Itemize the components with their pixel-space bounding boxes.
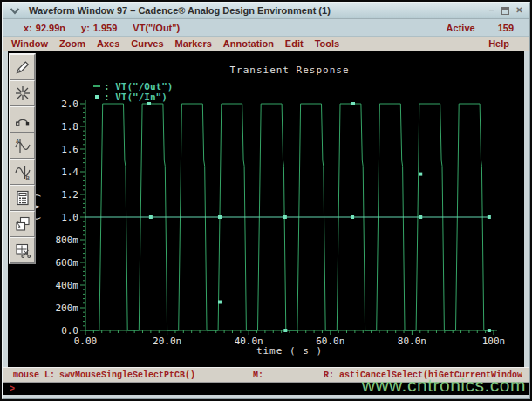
probe-icon — [14, 111, 31, 128]
svg-text:A: A — [16, 139, 20, 144]
prompt-symbol: > — [10, 384, 15, 394]
trace-marker — [419, 173, 422, 176]
x-tick-label: 100n — [474, 336, 513, 347]
x-axis-title: time ( s ) — [85, 345, 494, 357]
cursor-y-label: y: — [81, 23, 90, 33]
trace-marker — [419, 215, 422, 219]
legend-entry-in[interactable]: : VT("/In") — [93, 92, 173, 102]
x-tick-label: 20.0n — [148, 336, 187, 347]
waveform-plot-canvas[interactable] — [8, 51, 524, 367]
plot-legend: : VT("/Out"): VT("/In") — [93, 81, 173, 102]
calculator-button[interactable] — [10, 185, 35, 211]
trace-marker — [488, 329, 491, 332]
marker-a-icon: A — [14, 137, 31, 154]
cursor-x-value: 92.99n — [36, 23, 65, 33]
probe-button[interactable] — [10, 106, 35, 133]
close-button[interactable]: ✕ — [515, 6, 524, 16]
mouse-right-label: R: — [324, 370, 334, 380]
y-tick-label: 1.0 — [38, 212, 78, 223]
window-menu-chevron-icon[interactable] — [8, 4, 22, 17]
active-count: 159 — [498, 23, 514, 33]
cursor-trace-name: VT("/Out") — [133, 23, 180, 33]
trace-marker — [351, 102, 355, 105]
cut-window-icon — [14, 241, 31, 259]
plot-region: AB Transient Response : VT("/Out"): VT("… — [8, 51, 524, 367]
menu-item-zoom[interactable]: Zoom — [59, 38, 85, 49]
zoom-fit-icon — [14, 85, 31, 102]
mouse-middle-binding: M: — [253, 370, 263, 380]
legend-square-icon — [95, 95, 99, 99]
cursor-y-value: 1.959 — [93, 23, 118, 33]
titlebar[interactable]: Waveform Window 97 – Cadence® Analog Des… — [3, 3, 529, 19]
legend-label: : VT("/In") — [104, 92, 167, 103]
y-tick-label: 1.8 — [38, 121, 78, 133]
y-tick-label: 400m — [38, 280, 78, 291]
trace-marker — [149, 215, 153, 219]
calculator-icon — [14, 189, 31, 207]
x-tick-label: 40.0n — [229, 336, 268, 347]
toolbar: AB — [9, 53, 36, 264]
active-label: Active — [447, 23, 475, 33]
menu-item-tools[interactable]: Tools — [315, 38, 340, 49]
y-tick-label: 2.0 — [38, 99, 78, 110]
trace-marker — [283, 329, 287, 332]
y-tick-label: 1.4 — [38, 167, 78, 178]
pen-button[interactable] — [10, 54, 35, 80]
x-tick-label: 60.0n — [311, 336, 350, 347]
menu-item-help[interactable]: Help — [488, 38, 509, 49]
maximize-button[interactable] — [501, 7, 509, 15]
zoom-fit-button[interactable] — [10, 80, 35, 106]
legend-dash-icon — [93, 85, 100, 87]
y-tick-label: 1.2 — [38, 189, 78, 200]
plot-title: Transient Response — [85, 65, 494, 76]
trace-marker — [218, 215, 222, 219]
menubar: WindowZoomAxesCurvesMarkersAnnotationEdi… — [3, 37, 529, 51]
menu-item-curves[interactable]: Curves — [131, 38, 163, 49]
x-tick-label: 0.00 — [66, 336, 105, 347]
y-tick-label: 1.6 — [38, 144, 78, 155]
trace-marker — [351, 215, 354, 219]
window-title: Waveform Window 97 – Cadence® Analog Des… — [29, 5, 331, 16]
coordinate-bar: x: 92.99n y: 1.959 VT("/Out") Active 159 — [3, 19, 529, 37]
y-tick-label: 200m — [38, 302, 78, 314]
svg-text:B: B — [25, 175, 30, 180]
waveform-window: Waveform Window 97 – Cadence® Analog Des… — [0, 0, 532, 401]
copy-window-icon — [14, 215, 31, 233]
watermark-text: www.cntronics.com — [362, 375, 526, 396]
menu-item-edit[interactable]: Edit — [285, 38, 304, 49]
menu-item-annotation[interactable]: Annotation — [223, 38, 274, 49]
cut-window-button[interactable] — [10, 237, 35, 263]
menu-item-markers[interactable]: Markers — [175, 38, 212, 49]
legend-entry-out[interactable]: : VT("/Out") — [93, 81, 173, 92]
trace-marker — [283, 215, 287, 219]
marker-b-icon: B — [14, 163, 31, 180]
menu-item-window[interactable]: Window — [11, 38, 48, 49]
pen-icon — [14, 58, 31, 76]
mouse-left-binding: swvMouseSingleSelectPtCB() — [59, 370, 195, 380]
trace-marker — [147, 102, 151, 105]
mouse-bindings-label: mouse L: — [13, 370, 55, 380]
y-tick-label: 800m — [38, 234, 78, 246]
minimize-button[interactable]: – — [487, 6, 496, 16]
menu-item-axes[interactable]: Axes — [97, 38, 119, 49]
copy-window-button[interactable] — [10, 211, 35, 237]
y-tick-label: 600m — [38, 257, 78, 268]
trace-marker — [488, 215, 491, 219]
trace-marker — [218, 301, 222, 304]
window-frame: Waveform Window 97 – Cadence® Analog Des… — [2, 2, 530, 399]
marker-b-button[interactable]: B — [10, 159, 35, 185]
cursor-x-label: x: — [24, 23, 32, 33]
x-tick-label: 80.0n — [392, 336, 431, 347]
marker-a-button[interactable]: A — [10, 133, 35, 159]
